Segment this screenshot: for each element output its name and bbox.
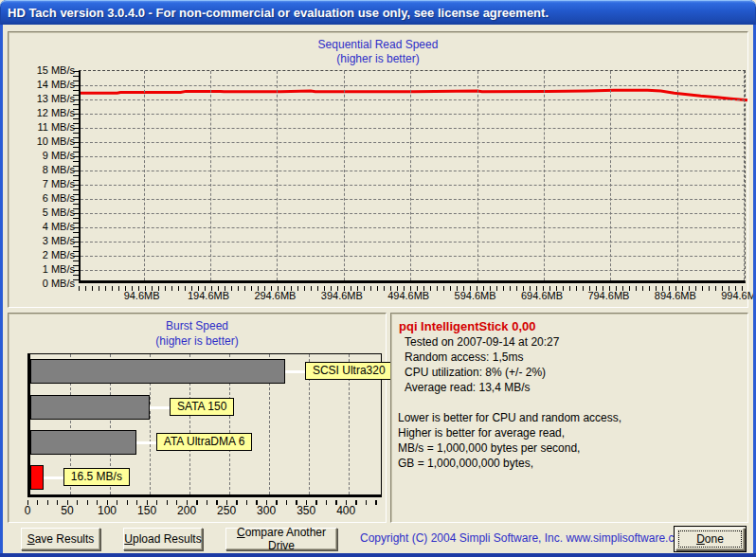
y-axis-label: 10 MB/s — [18, 135, 75, 147]
sequential-chart-subtitle: (higher is better) — [9, 52, 747, 65]
burst-x-axis-label: 100 — [88, 504, 126, 517]
burst-x-axis-label: 350 — [287, 504, 325, 517]
v-gridline — [544, 71, 545, 280]
save-results-button[interactable]: Save Results — [21, 528, 100, 550]
x-axis-label: 694.6MB — [513, 290, 570, 301]
y-axis-label: 8 MB/s — [18, 164, 75, 175]
copyright-text: Copyright (C) 2004 Simpli Software, Inc.… — [360, 531, 680, 545]
v-gridline — [210, 71, 211, 280]
window-title: HD Tach version 3.0.4.0 - For non-commer… — [0, 6, 549, 20]
v-gridline — [744, 71, 745, 280]
done-button-frame: Done — [674, 526, 747, 552]
sequential-read-plot — [79, 70, 746, 283]
sequential-chart-title: Sequential Read Speed — [9, 38, 747, 51]
bar-label-connector — [150, 406, 170, 409]
info-note-line: Higher is better for average read, — [397, 425, 742, 440]
h-gridline — [81, 142, 745, 143]
hd-tach-window: HD Tach version 3.0.4.0 - For non-commer… — [0, 0, 756, 557]
v-gridline — [677, 71, 678, 280]
upload-results-button[interactable]: Upload Results — [123, 528, 203, 550]
burst-x-axis-label: 0 — [9, 504, 46, 517]
y-axis-label: 15 MB/s — [18, 64, 75, 76]
burst-bar — [30, 430, 136, 455]
window-border-bottom — [0, 553, 756, 557]
h-gridline — [81, 185, 745, 186]
title-bar[interactable]: HD Tach version 3.0.4.0 - For non-commer… — [0, 0, 756, 25]
x-axis-label: 94.6MB — [114, 290, 171, 301]
burst-x-axis-label: 400 — [327, 504, 365, 517]
v-gridline — [277, 71, 278, 280]
x-axis-label: 594.6MB — [447, 290, 504, 301]
compare-another-drive-button[interactable]: Compare Another Drive — [225, 528, 337, 550]
burst-x-axis-label: 300 — [247, 504, 285, 517]
h-gridline — [81, 85, 745, 86]
done-button[interactable]: Done — [675, 528, 745, 550]
window-border-left — [0, 25, 3, 557]
save-results-label: Save Results — [27, 532, 95, 546]
h-gridline — [81, 156, 745, 157]
upload-results-label: Upload Results — [124, 532, 201, 546]
info-note-line: GB = 1,000,000,000 bytes, — [397, 456, 742, 471]
y-axis-label: 2 MB/s — [18, 249, 75, 261]
burst-bar — [30, 395, 150, 420]
h-gridline — [81, 227, 745, 228]
bar-value-label: ATA UltraDMA 6 — [156, 433, 253, 451]
drive-stat-line: Tested on 2007-09-14 at 20:27 — [397, 334, 742, 350]
y-axis-label: 11 MB/s — [18, 121, 75, 133]
burst-speed-plot: SCSI Ultra320SATA 150ATA UltraDMA 616.5 … — [27, 353, 382, 497]
x-axis-label: 994.6MB — [713, 290, 756, 301]
drive-stats: Tested on 2007-09-14 at 20:27Random acce… — [397, 334, 742, 395]
y-axis-label: 7 MB/s — [18, 178, 75, 189]
x-axis-label: 294.6MB — [246, 290, 303, 301]
h-gridline — [81, 256, 745, 257]
sequential-read-panel: Sequential Read Speed (higher is better)… — [8, 31, 748, 308]
y-axis-label: 6 MB/s — [18, 192, 75, 204]
burst-speed-panel: Burst Speed (higher is better) SCSI Ultr… — [8, 313, 387, 523]
y-axis-ticks — [73, 71, 79, 284]
h-gridline — [81, 242, 745, 243]
info-note-line: MB/s = 1,000,000 bytes per second, — [397, 440, 742, 456]
y-axis-label: 5 MB/s — [18, 207, 75, 218]
h-gridline — [81, 199, 745, 200]
burst-x-axis-label: 200 — [168, 504, 206, 517]
info-spacer — [397, 395, 742, 410]
burst-bar — [30, 359, 285, 384]
read-speed-line — [81, 71, 747, 284]
drive-name: pqi IntelligentStick 0,00 — [397, 318, 742, 334]
h-gridline — [81, 171, 745, 171]
burst-x-axis-label: 250 — [207, 504, 245, 517]
v-gridline — [344, 71, 345, 280]
v-gridline — [477, 71, 478, 280]
y-axis-label: 14 MB/s — [18, 79, 75, 90]
y-axis-label: 9 MB/s — [18, 150, 75, 161]
x-axis-label: 894.6MB — [647, 290, 704, 301]
info-notes: Lower is better for CPU and random acces… — [397, 410, 742, 471]
drive-info-panel: pqi IntelligentStick 0,00 Tested on 2007… — [390, 313, 748, 523]
y-axis-label: 4 MB/s — [18, 221, 75, 232]
x-axis-label: 194.6MB — [180, 290, 237, 301]
y-axis-label: 3 MB/s — [18, 235, 75, 246]
x-axis-label: 394.6MB — [314, 290, 370, 301]
v-gridline — [144, 71, 145, 280]
done-label: Done — [696, 532, 724, 546]
h-gridline — [81, 128, 745, 129]
bar-value-label: SATA 150 — [170, 398, 234, 416]
burst-x-axis-label: 50 — [48, 504, 86, 517]
y-axis-label: 0 MB/s — [18, 278, 75, 289]
burst-chart-title: Burst Speed — [9, 319, 386, 332]
drive-stat-line: CPU utilization: 8% (+/- 2%) — [397, 365, 742, 380]
x-axis-label: 494.6MB — [380, 290, 437, 301]
v-gridline — [610, 71, 611, 280]
x-axis-label: 794.6MB — [580, 290, 637, 301]
bar-value-label: 16.5 MB/s — [63, 468, 130, 486]
drive-stat-line: Average read: 13,4 MB/s — [397, 380, 742, 395]
y-axis-label: 13 MB/s — [18, 93, 75, 104]
compare-another-drive-label: Compare Another Drive — [226, 526, 336, 552]
bar-label-connector — [44, 476, 63, 479]
h-gridline — [81, 99, 745, 100]
burst-bar — [30, 465, 44, 490]
h-gridline — [81, 114, 745, 115]
burst-chart-subtitle: (higher is better) — [9, 334, 386, 348]
bar-label-connector — [136, 441, 156, 444]
burst-x-axis-label: 150 — [128, 504, 166, 517]
